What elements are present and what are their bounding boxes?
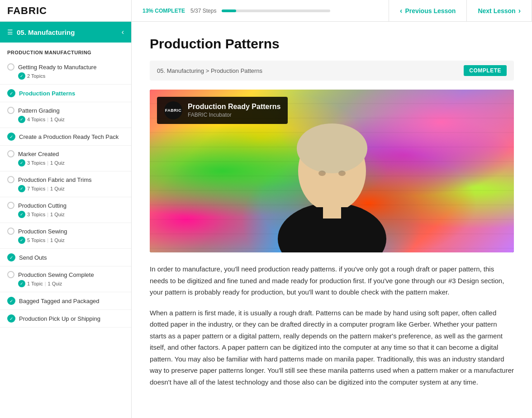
sidebar-item-title: Getting Ready to Manufacture xyxy=(18,64,96,71)
main-layout: ☰ 05. Manufacturing ‹ PRODUCTION MANUFAC… xyxy=(0,22,532,418)
sidebar-item-row: Production Cutting xyxy=(7,202,124,209)
sidebar-item-title: Production Cutting xyxy=(18,202,66,209)
sidebar-header: ☰ 05. Manufacturing ‹ xyxy=(0,22,131,43)
topics-label: 3 Topics xyxy=(27,212,45,217)
sidebar-item-row: ✓ Send Outs xyxy=(7,253,124,261)
sidebar-item-row: ✓ Create a Production Ready Tech Pack xyxy=(7,133,124,141)
sidebar-item-title: Create a Production Ready Tech Pack xyxy=(19,133,119,140)
module-icon: ☰ xyxy=(7,28,13,36)
sidebar-item-pattern-grading[interactable]: Pattern Grading ✓ 4 Topics | 1 Quiz xyxy=(0,102,131,128)
topics-badge: ✓ 3 Topics | 1 Quiz xyxy=(18,211,65,218)
meta-check-icon: ✓ xyxy=(18,116,25,123)
next-lesson-button[interactable]: Next Lesson › xyxy=(467,0,532,21)
nav-buttons: ‹ Previous Lesson Next Lesson › xyxy=(389,0,532,21)
circle-icon xyxy=(7,228,14,235)
video-brand-text: FABRIC xyxy=(165,108,182,113)
sidebar-item-bagged[interactable]: ✓ Bagged Tagged and Packaged xyxy=(0,292,131,310)
topics-badge: ✓ 1 Topic | 1 Quiz xyxy=(18,280,62,287)
circle-icon xyxy=(7,150,14,157)
content-area: Production Patterns 05. Manufacturing > … xyxy=(132,22,532,418)
circle-icon xyxy=(7,63,14,71)
separator: | xyxy=(47,186,48,191)
sidebar-item-marker-created[interactable]: Marker Created ✓ 3 Topics | 1 Quiz xyxy=(0,146,131,171)
meta-check-icon: ✓ xyxy=(18,72,25,80)
separator: | xyxy=(47,238,48,243)
sidebar-item-title: Bagged Tagged and Packaged xyxy=(19,298,100,304)
sidebar-item-row: ✓ Production Pick Up or Shipping xyxy=(7,314,124,323)
sidebar-item-meta: ✓ 5 Topics | 1 Quiz xyxy=(7,237,124,244)
page-title: Production Patterns xyxy=(150,36,514,52)
prev-lesson-button[interactable]: ‹ Previous Lesson xyxy=(389,0,467,21)
sidebar-item-title: Marker Created xyxy=(18,151,59,157)
topics-label: 4 Topics xyxy=(27,117,45,122)
quiz-label: 1 Quiz xyxy=(50,186,65,191)
progress-bar-fill xyxy=(222,10,236,12)
section-title: PRODUCTION MANUFACTURING xyxy=(0,43,131,59)
progress-area: 13% COMPLETE 5/37 Steps xyxy=(132,8,389,14)
sidebar-item-title-active: Production Patterns xyxy=(19,90,75,97)
sidebar-item-send-outs[interactable]: ✓ Send Outs xyxy=(0,249,131,266)
check-icon: ✓ xyxy=(7,314,15,323)
article-paragraph-2: When a pattern is first made, it is usua… xyxy=(150,307,514,388)
sidebar-item-fabric-trims[interactable]: Production Fabric and Trims ✓ 7 Topics |… xyxy=(0,171,131,197)
meta-check-icon: ✓ xyxy=(18,185,25,192)
sidebar-item-pickup-shipping[interactable]: ✓ Production Pick Up or Shipping xyxy=(0,310,131,328)
breadcrumb-bar: 05. Manufacturing > Production Patterns … xyxy=(150,61,514,81)
topics-badge: ✓ 4 Topics | 1 Quiz xyxy=(18,116,65,123)
check-icon: ✓ xyxy=(7,89,15,97)
sidebar-item-row: Getting Ready to Manufacture xyxy=(7,63,124,71)
circle-icon xyxy=(7,176,14,183)
sidebar-item-prod-cutting[interactable]: Production Cutting ✓ 3 Topics | 1 Quiz xyxy=(0,197,131,223)
progress-label: 13% COMPLETE xyxy=(142,8,185,14)
sidebar-item-row: ✓ Bagged Tagged and Packaged xyxy=(7,297,124,305)
sidebar-item-row: Pattern Grading xyxy=(7,107,124,114)
logo: FABRIC xyxy=(7,5,47,17)
topics-label: 2 Topics xyxy=(27,73,45,79)
circle-icon xyxy=(7,271,14,278)
sidebar-item-prod-sewing[interactable]: Production Sewing ✓ 5 Topics | 1 Quiz xyxy=(0,223,131,249)
next-lesson-label: Next Lesson xyxy=(478,7,515,14)
check-icon: ✓ xyxy=(7,133,15,141)
sidebar-item-row: ✓ Production Patterns xyxy=(7,89,124,97)
topics-label: 3 Topics xyxy=(27,160,45,166)
separator: | xyxy=(45,281,46,286)
breadcrumb: 05. Manufacturing > Production Patterns xyxy=(157,67,262,74)
topics-badge: ✓ 3 Topics | 1 Quiz xyxy=(18,159,65,166)
topics-badge: ✓ 2 Topics xyxy=(18,72,45,80)
sidebar-item-title: Pattern Grading xyxy=(18,107,60,114)
video-title-block: Production Ready Patterns FABRIC Incubat… xyxy=(188,103,280,118)
sidebar-item-meta: ✓ 3 Topics | 1 Quiz xyxy=(7,159,124,166)
topics-label: 1 Topic xyxy=(27,281,43,286)
sidebar-item-meta: ✓ 2 Topics xyxy=(7,72,124,80)
separator: | xyxy=(47,212,48,217)
check-icon: ✓ xyxy=(7,253,15,261)
progress-bar-container xyxy=(222,10,330,12)
circle-icon xyxy=(7,107,14,114)
prev-lesson-label: Previous Lesson xyxy=(405,7,456,14)
video-title: Production Ready Patterns xyxy=(188,103,280,111)
top-bar: FABRIC 13% COMPLETE 5/37 Steps ‹ Previou… xyxy=(0,0,532,22)
article-paragraph-1: In order to manufacture, you'll need pro… xyxy=(150,263,514,298)
sidebar-item-meta: ✓ 3 Topics | 1 Quiz xyxy=(7,211,124,218)
meta-check-icon: ✓ xyxy=(18,280,25,287)
sidebar-item-title: Production Sewing xyxy=(18,228,67,235)
topics-badge: ✓ 7 Topics | 1 Quiz xyxy=(18,185,65,192)
sidebar-item-meta: ✓ 4 Topics | 1 Quiz xyxy=(7,116,124,123)
video-brand-logo: FABRIC xyxy=(164,101,182,119)
sidebar-item-production-patterns[interactable]: ✓ Production Patterns xyxy=(0,85,131,102)
chevron-right-icon: › xyxy=(518,7,521,15)
video-container[interactable]: FABRIC Production Ready Patterns FABRIC … xyxy=(150,90,514,252)
sidebar-item-getting-ready[interactable]: Getting Ready to Manufacture ✓ 2 Topics xyxy=(0,59,131,85)
sidebar-item-tech-pack[interactable]: ✓ Create a Production Ready Tech Pack xyxy=(0,128,131,146)
topics-label: 5 Topics xyxy=(27,238,45,243)
meta-check-icon: ✓ xyxy=(18,159,25,166)
video-subtitle: FABRIC Incubator xyxy=(188,112,280,118)
quiz-label: 1 Quiz xyxy=(50,117,65,122)
video-thumbnail: FABRIC Production Ready Patterns FABRIC … xyxy=(150,90,514,252)
sidebar-item-row: Production Sewing xyxy=(7,228,124,235)
sidebar-item-meta: ✓ 1 Topic | 1 Quiz xyxy=(7,280,124,287)
topics-badge: ✓ 5 Topics | 1 Quiz xyxy=(18,237,65,244)
sidebar-item-prod-sewing-complete[interactable]: Production Sewing Complete ✓ 1 Topic | 1… xyxy=(0,266,131,292)
sidebar-collapse-button[interactable]: ‹ xyxy=(122,28,124,36)
status-badge: COMPLETE xyxy=(464,65,507,76)
